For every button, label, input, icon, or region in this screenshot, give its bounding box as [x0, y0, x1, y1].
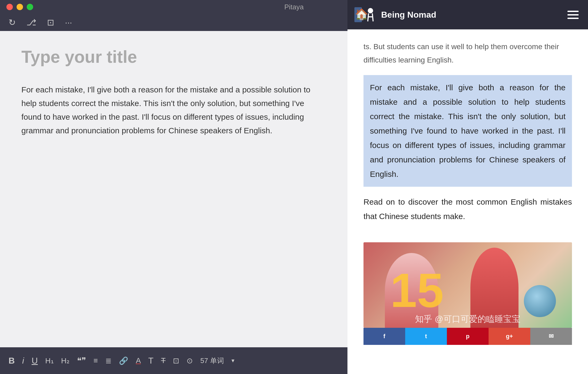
image-number-watermark: 15: [390, 266, 444, 314]
email-button[interactable]: ✉: [530, 328, 572, 345]
link-icon[interactable]: 🔗: [119, 356, 128, 365]
article-intro-text: ts. But students can use it well to help…: [363, 40, 572, 67]
hamburger-line-1: [567, 11, 579, 12]
image-chinese-watermark: 知乎 @可口可爱的瞌睡宝宝: [415, 313, 520, 325]
article-image: 15 知乎 @可口可爱的瞌睡宝宝: [363, 242, 572, 328]
h1-icon[interactable]: H₁: [45, 356, 53, 365]
font-icon[interactable]: T: [148, 356, 154, 366]
close-button[interactable]: [6, 4, 13, 10]
highlighted-paragraph: For each mistake, I'll give both a reaso…: [363, 75, 572, 187]
text-color-icon[interactable]: A: [136, 356, 141, 365]
h2-icon[interactable]: H₂: [61, 356, 69, 365]
bottom-toolbar: B i U H₁ H₂ ❝❞ ≡ ≣ 🔗 A T T ⊡ ⊙ 57 单词 ▾: [0, 347, 347, 374]
hamburger-line-2: [567, 14, 579, 15]
article-content: ts. But students can use it well to help…: [347, 29, 588, 242]
fullscreen-icon[interactable]: ⊡: [47, 17, 54, 28]
hamburger-line-3: [567, 18, 579, 19]
browser-topbar: 🏠 Being Nomad: [347, 0, 588, 29]
browser-content: ts. But students can use it well to help…: [347, 29, 588, 374]
fullscreen-button[interactable]: [27, 4, 33, 10]
social-bar: f t p g+ ✉: [363, 328, 572, 345]
strikethrough-icon[interactable]: T: [161, 356, 165, 365]
bold-icon[interactable]: B: [9, 356, 15, 366]
twitter-button[interactable]: t: [405, 328, 447, 345]
clock-icon[interactable]: ⊙: [187, 356, 193, 365]
word-count-dropdown[interactable]: ▾: [231, 357, 234, 364]
list-icon[interactable]: ≡: [94, 356, 98, 365]
pinterest-button[interactable]: p: [447, 328, 489, 345]
article-read-on-text: Read on to discover the most common Engl…: [363, 195, 572, 224]
brand-name: Being Nomad: [381, 10, 436, 20]
ordered-list-icon[interactable]: ≣: [105, 356, 111, 365]
title-placeholder[interactable]: Type your title: [21, 47, 326, 67]
traffic-lights: [6, 4, 33, 10]
editor-panel: Type your title For each mistake, I'll g…: [0, 31, 347, 347]
share-icon[interactable]: ⎇: [26, 17, 36, 28]
brand-logo: 🏠 Being Nomad: [354, 7, 436, 23]
word-count: 57 单词: [200, 356, 224, 365]
brand-logo-icon: 🏠: [354, 7, 378, 23]
svg-text:🏠: 🏠: [355, 8, 368, 21]
googleplus-button[interactable]: g+: [489, 328, 530, 345]
facebook-button[interactable]: f: [363, 328, 405, 345]
minimize-button[interactable]: [17, 4, 23, 10]
underline-icon[interactable]: U: [32, 356, 38, 366]
editor-body-text[interactable]: For each mistake, I'll give both a reaso…: [21, 83, 326, 137]
more-icon[interactable]: ···: [65, 18, 72, 28]
svg-point-2: [368, 8, 373, 13]
browser-panel: 🏠 Being Nomad ☑ [A] ⊟ ts. But students c…: [347, 0, 588, 374]
image-icon[interactable]: ⊡: [173, 356, 179, 365]
refresh-icon[interactable]: ↻: [9, 17, 16, 28]
quote-icon[interactable]: ❝❞: [77, 356, 86, 366]
italic-icon[interactable]: i: [22, 356, 24, 366]
editor-toolbar: ↻ ⎇ ⊡ ···: [0, 14, 347, 31]
app-title: Pitaya: [284, 3, 304, 11]
hamburger-menu-button[interactable]: [564, 6, 582, 23]
